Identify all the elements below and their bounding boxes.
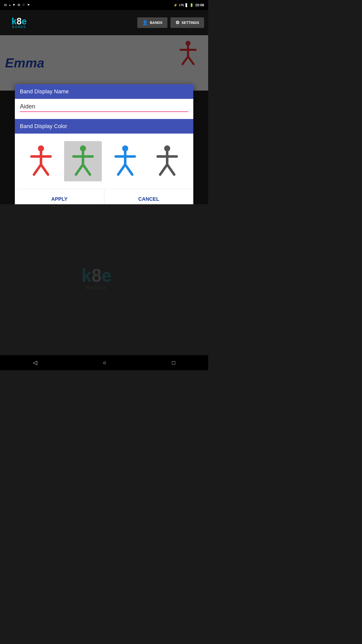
status-icons-right: ⚡ LTE ▋ 🔋 10:06 bbox=[173, 3, 204, 7]
bottom-navigation: ◁ ○ □ bbox=[0, 355, 208, 370]
band-name-input[interactable] bbox=[20, 103, 188, 112]
home-button[interactable]: ○ bbox=[103, 359, 106, 366]
logo-k: k bbox=[12, 17, 17, 26]
svg-line-13 bbox=[76, 165, 83, 175]
settings-label: SETTINGS bbox=[182, 21, 199, 25]
svg-line-8 bbox=[34, 165, 41, 175]
svg-text:BANDS: BANDS bbox=[86, 285, 107, 290]
status-bar: ✉ ● ⚑ ⌘ ⚐ ⚑ ⚡ LTE ▋ 🔋 10:06 bbox=[0, 0, 208, 10]
voicemail-icon: ⌘ bbox=[17, 3, 20, 7]
flag3-icon: ⚑ bbox=[27, 3, 30, 7]
logo-8: 8 bbox=[17, 17, 22, 26]
name-input-container bbox=[15, 99, 193, 114]
color-option-red[interactable] bbox=[22, 141, 60, 181]
back-icon: ◁ bbox=[33, 359, 37, 366]
color-option-dark[interactable] bbox=[148, 141, 186, 181]
bluetooth-icon: ⚡ bbox=[173, 3, 177, 7]
color-section-header: Band Display Color bbox=[15, 119, 193, 134]
name-section-header: Band Display Name bbox=[15, 84, 193, 99]
status-icons-left: ✉ ● ⚑ ⌘ ⚐ ⚑ bbox=[4, 3, 30, 7]
back-button[interactable]: ◁ bbox=[33, 359, 37, 366]
settings-button[interactable]: ⚙ SETTINGS bbox=[170, 17, 204, 28]
signal-icon: ▋ bbox=[186, 3, 188, 7]
person-icon: 👤 bbox=[142, 20, 148, 25]
nav-buttons: 👤 BANDS ⚙ SETTINGS bbox=[137, 17, 204, 28]
svg-line-23 bbox=[160, 165, 167, 175]
svg-line-19 bbox=[125, 165, 132, 175]
color-option-blue[interactable] bbox=[106, 141, 144, 181]
time-display: 10:06 bbox=[195, 3, 204, 7]
bottom-background: k8e BANDS bbox=[0, 204, 208, 355]
svg-line-18 bbox=[118, 165, 125, 175]
battery-icon: 🔋 bbox=[190, 3, 194, 7]
recents-button[interactable]: □ bbox=[172, 359, 175, 366]
bands-label: BANDS bbox=[150, 21, 162, 25]
logo-subtitle: BANDS bbox=[12, 25, 26, 29]
svg-text:k8e: k8e bbox=[81, 265, 112, 286]
app-logo: k 8 e BANDS bbox=[4, 13, 34, 33]
color-option-green[interactable] bbox=[64, 141, 102, 181]
watermark-logo: k8e BANDS bbox=[79, 262, 129, 298]
bands-button[interactable]: 👤 BANDS bbox=[137, 17, 167, 28]
recents-icon: □ bbox=[172, 359, 175, 366]
svg-line-24 bbox=[167, 165, 174, 175]
logo-e: e bbox=[22, 17, 27, 26]
circle-icon: ● bbox=[9, 4, 11, 7]
flag-icon: ⚑ bbox=[13, 3, 15, 7]
top-navigation: k 8 e BANDS 👤 BANDS ⚙ SETTINGS bbox=[0, 10, 208, 35]
svg-line-9 bbox=[41, 165, 48, 175]
flag2-icon: ⚐ bbox=[22, 3, 25, 7]
email-icon: ✉ bbox=[4, 3, 7, 7]
gear-icon: ⚙ bbox=[175, 20, 179, 25]
svg-line-14 bbox=[83, 165, 90, 175]
color-options-container bbox=[15, 134, 193, 189]
lte-badge: LTE bbox=[179, 4, 184, 7]
band-settings-modal: Band Display Name Band Display Color bbox=[15, 84, 193, 209]
home-icon: ○ bbox=[103, 359, 106, 366]
